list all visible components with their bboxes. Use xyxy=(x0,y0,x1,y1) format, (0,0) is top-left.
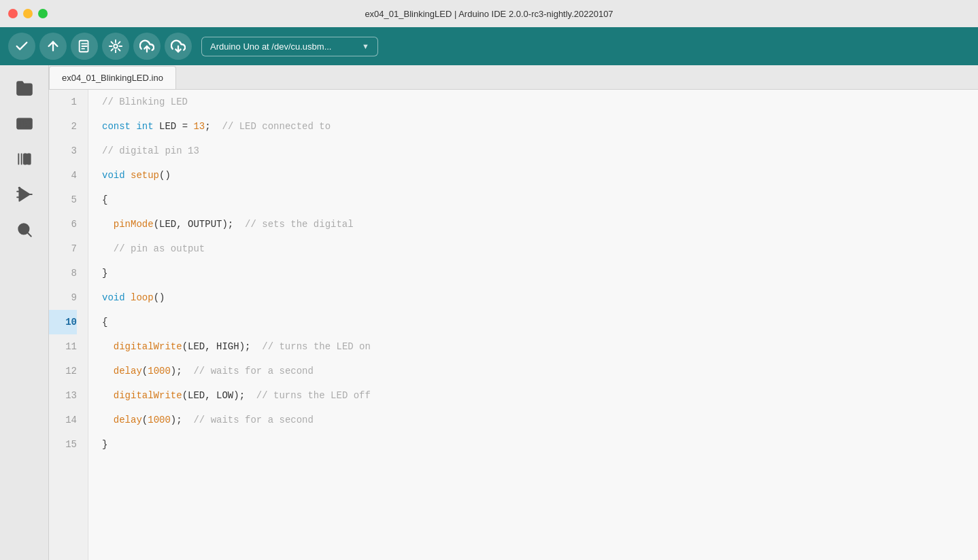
editor-area: ex04_01_BlinkingLED.ino 1 2 3 4 5 6 7 8 … xyxy=(49,65,978,560)
line-number-2: 2 xyxy=(49,114,77,139)
sketchbook-button[interactable] xyxy=(71,33,98,60)
line-number-3: 3 xyxy=(49,139,77,163)
tab-blinking-led[interactable]: ex04_01_BlinkingLED.ino xyxy=(49,66,176,89)
line-number-9: 9 xyxy=(49,285,77,310)
upload-button[interactable] xyxy=(39,33,67,60)
verify-icon xyxy=(14,39,29,54)
tab-label: ex04_01_BlinkingLED.ino xyxy=(62,73,163,83)
svg-point-23 xyxy=(18,224,29,234)
verify-button[interactable] xyxy=(8,33,35,60)
code-line-12: delay(1000); // waits for a second xyxy=(102,359,978,383)
line-number-12: 12 xyxy=(49,359,77,383)
svg-point-22 xyxy=(18,187,20,189)
upload-arrow-icon xyxy=(46,39,61,54)
chevron-down-icon: ▼ xyxy=(362,42,369,50)
window-title: ex04_01_BlinkingLED | Arduino IDE 2.0.0-… xyxy=(365,9,613,19)
line-number-4: 4 xyxy=(49,163,77,188)
window-controls xyxy=(8,9,48,18)
main-layout: ex04_01_BlinkingLED.ino 1 2 3 4 5 6 7 8 … xyxy=(0,65,978,560)
tab-bar: ex04_01_BlinkingLED.ino xyxy=(49,65,978,90)
svg-rect-17 xyxy=(27,154,30,164)
sidebar-item-debug[interactable] xyxy=(10,179,39,209)
svg-point-5 xyxy=(114,44,118,48)
folder-icon xyxy=(16,80,33,97)
line-number-1: 1 xyxy=(49,90,77,114)
sidebar xyxy=(0,65,49,560)
debugger-button[interactable] xyxy=(102,33,129,60)
line-number-13: 13 xyxy=(49,383,77,408)
code-line-15: } xyxy=(102,432,978,457)
line-number-5: 5 xyxy=(49,188,77,212)
svg-rect-16 xyxy=(23,154,26,164)
line-number-11: 11 xyxy=(49,334,77,359)
sidebar-item-search[interactable] xyxy=(10,215,39,245)
svg-marker-18 xyxy=(19,188,29,201)
minimize-button[interactable] xyxy=(23,9,33,18)
code-line-2: const int LED = 13; // LED connected to xyxy=(102,114,978,139)
line-numbers: 1 2 3 4 5 6 7 8 9 10 11 12 13 14 15 xyxy=(49,90,88,560)
search-icon xyxy=(16,221,33,239)
code-line-8: } xyxy=(102,261,978,285)
code-line-6: pinMode(LED, OUTPUT); // sets the digita… xyxy=(102,212,978,237)
code-line-1: // Blinking LED xyxy=(102,90,978,114)
board-icon xyxy=(16,115,33,133)
upload-file-icon xyxy=(139,39,154,54)
code-line-7: // pin as output xyxy=(102,237,978,261)
code-line-3: // digital pin 13 xyxy=(102,139,978,163)
code-line-13: digitalWrite(LED, LOW); // turns the LED… xyxy=(102,383,978,408)
code-line-9: void loop() xyxy=(102,285,978,310)
svg-line-24 xyxy=(28,233,31,237)
line-number-14: 14 xyxy=(49,408,77,432)
code-line-14: delay(1000); // waits for a second xyxy=(102,408,978,432)
code-line-4: void setup() xyxy=(102,163,978,188)
download-button[interactable] xyxy=(165,33,192,60)
toolbar: Arduino Uno at /dev/cu.usbm... ▼ xyxy=(0,27,978,65)
sketchbook-icon xyxy=(77,39,92,54)
code-line-10: { xyxy=(102,310,978,334)
maximize-button[interactable] xyxy=(38,9,48,18)
upload-file-button[interactable] xyxy=(133,33,161,60)
close-button[interactable] xyxy=(8,9,18,18)
code-line-11: digitalWrite(LED, HIGH); // turns the LE… xyxy=(102,334,978,359)
line-number-7: 7 xyxy=(49,237,77,261)
code-line-5: { xyxy=(102,188,978,212)
line-number-10: 10 xyxy=(49,310,77,334)
board-selector[interactable]: Arduino Uno at /dev/cu.usbm... ▼ xyxy=(201,37,378,56)
debug-icon xyxy=(16,186,33,203)
download-icon xyxy=(171,39,186,54)
debugger-icon xyxy=(108,39,123,54)
code-content: // Blinking LED const int LED = 13; // L… xyxy=(88,90,978,560)
sidebar-item-library[interactable] xyxy=(10,144,39,174)
sidebar-item-files[interactable] xyxy=(10,73,39,103)
line-number-8: 8 xyxy=(49,261,77,285)
code-editor[interactable]: 1 2 3 4 5 6 7 8 9 10 11 12 13 14 15 // B… xyxy=(49,90,978,560)
line-number-6: 6 xyxy=(49,212,77,237)
line-number-15: 15 xyxy=(49,432,77,457)
svg-rect-8 xyxy=(17,118,32,128)
library-icon xyxy=(16,150,33,168)
title-bar: ex04_01_BlinkingLED | Arduino IDE 2.0.0-… xyxy=(0,0,978,27)
board-selector-text: Arduino Uno at /dev/cu.usbm... xyxy=(210,41,356,52)
sidebar-item-board[interactable] xyxy=(10,109,39,139)
